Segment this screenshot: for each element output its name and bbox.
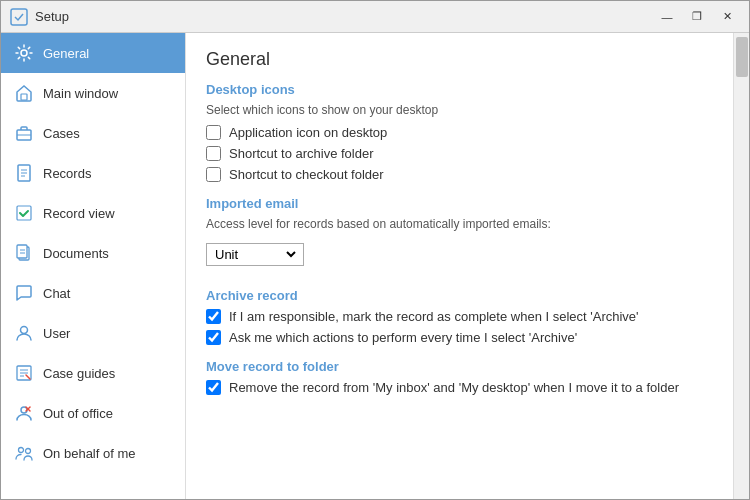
checkbox-remove-inbox-label: Remove the record from 'My inbox' and 'M… [229,380,679,395]
svg-point-23 [26,449,31,454]
sidebar-item-on-behalf-of-me[interactable]: On behalf of me [1,433,185,473]
sidebar-item-documents[interactable]: Documents [1,233,185,273]
main-content: General Desktop icons Select which icons… [186,33,749,499]
sidebar: General Main window [1,33,186,499]
archive-record-title: Archive record [206,288,729,303]
sidebar-label-out-of-office: Out of office [43,406,113,421]
home-icon [13,82,35,104]
sidebar-item-record-view[interactable]: Record view [1,193,185,233]
out-of-office-icon [13,402,35,424]
sidebar-label-documents: Documents [43,246,109,261]
checkbox-app-icon: Application icon on desktop [206,125,729,140]
chat-icon [13,282,35,304]
svg-rect-11 [17,245,27,258]
checkbox-checkout-folder-input[interactable] [206,167,221,182]
app-icon [9,7,29,27]
sidebar-item-chat[interactable]: Chat [1,273,185,313]
window-controls: — ❐ ✕ [653,6,741,28]
sidebar-label-user: User [43,326,70,341]
sidebar-label-cases: Cases [43,126,80,141]
scrollbar-thumb [736,37,748,77]
minimize-button[interactable]: — [653,6,681,28]
checkbox-ask-actions-archive-label: Ask me which actions to perform every ti… [229,330,577,345]
desktop-icons-subtitle: Select which icons to show on your deskt… [206,103,729,117]
imported-email-section: Imported email Access level for records … [206,196,729,274]
briefcase-icon [13,122,35,144]
checkbox-archive-folder-label: Shortcut to archive folder [229,146,374,161]
sidebar-label-case-guides: Case guides [43,366,115,381]
imported-email-subtitle: Access level for records based on automa… [206,217,729,231]
title-bar: Setup — ❐ ✕ [1,1,749,33]
checkbox-ask-actions-archive-input[interactable] [206,330,221,345]
access-level-select[interactable]: Unit Department Everyone [211,246,299,263]
desktop-icons-section: Desktop icons Select which icons to show… [206,82,729,182]
close-button[interactable]: ✕ [713,6,741,28]
case-guides-icon [13,362,35,384]
checkbox-checkout-folder-label: Shortcut to checkout folder [229,167,384,182]
checkbox-app-icon-input[interactable] [206,125,221,140]
checkbox-archive-folder-input[interactable] [206,146,221,161]
sidebar-item-main-window[interactable]: Main window [1,73,185,113]
checkbox-remove-inbox-input[interactable] [206,380,221,395]
sidebar-item-out-of-office[interactable]: Out of office [1,393,185,433]
checkbox-ask-actions-archive: Ask me which actions to perform every ti… [206,330,729,345]
checkbox-responsible-archive: If I am responsible, mark the record as … [206,309,729,324]
sidebar-label-record-view: Record view [43,206,115,221]
svg-rect-2 [21,94,27,100]
sidebar-item-cases[interactable]: Cases [1,113,185,153]
sidebar-label-records: Records [43,166,91,181]
sidebar-label-chat: Chat [43,286,70,301]
checkbox-checkout-folder: Shortcut to checkout folder [206,167,729,182]
svg-point-1 [21,50,27,56]
checkbox-archive-folder: Shortcut to archive folder [206,146,729,161]
move-record-section: Move record to folder Remove the record … [206,359,729,395]
page-title: General [206,49,729,70]
window-title: Setup [35,9,653,24]
access-level-select-wrapper: Unit Department Everyone [206,243,304,266]
imported-email-title: Imported email [206,196,729,211]
sidebar-item-user[interactable]: User [1,313,185,353]
checkbox-app-icon-label: Application icon on desktop [229,125,387,140]
svg-point-22 [19,448,24,453]
move-record-title: Move record to folder [206,359,729,374]
document-icon [13,162,35,184]
sidebar-label-general: General [43,46,89,61]
content-area: General Main window [1,33,749,499]
sidebar-item-general[interactable]: General [1,33,185,73]
sidebar-item-case-guides[interactable]: Case guides [1,353,185,393]
sidebar-label-on-behalf-of-me: On behalf of me [43,446,136,461]
svg-rect-0 [11,9,27,25]
documents-icon [13,242,35,264]
setup-window: Setup — ❐ ✕ General [0,0,750,500]
sidebar-item-records[interactable]: Records [1,153,185,193]
checkbox-responsible-archive-input[interactable] [206,309,221,324]
svg-point-14 [21,327,28,334]
desktop-icons-title: Desktop icons [206,82,729,97]
on-behalf-icon [13,442,35,464]
scrollbar[interactable] [733,33,749,499]
gear-icon [13,42,35,64]
checkbox-remove-inbox: Remove the record from 'My inbox' and 'M… [206,380,729,395]
sidebar-label-main-window: Main window [43,86,118,101]
maximize-button[interactable]: ❐ [683,6,711,28]
archive-record-section: Archive record If I am responsible, mark… [206,288,729,345]
user-icon [13,322,35,344]
checkmark-icon [13,202,35,224]
checkbox-responsible-archive-label: If I am responsible, mark the record as … [229,309,639,324]
